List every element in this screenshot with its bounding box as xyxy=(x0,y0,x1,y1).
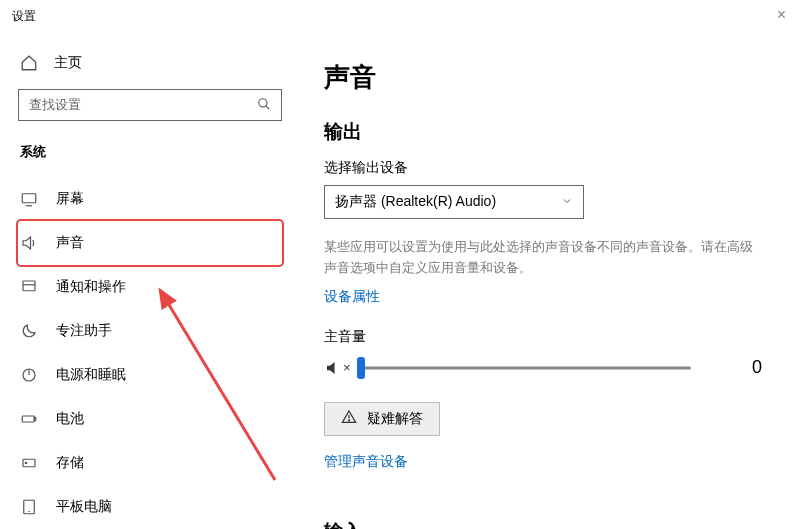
volume-mute-icon[interactable]: × xyxy=(324,359,351,377)
sidebar-item-storage[interactable]: 存储 xyxy=(18,441,282,485)
sidebar-item-label: 电池 xyxy=(56,410,84,428)
sidebar-item-label: 通知和操作 xyxy=(56,278,126,296)
sidebar-item-power[interactable]: 电源和睡眠 xyxy=(18,353,282,397)
manage-sound-link[interactable]: 管理声音设备 xyxy=(324,453,408,471)
storage-icon xyxy=(20,454,38,472)
sidebar: 主页 查找设置 系统 屏幕 xyxy=(0,32,300,529)
power-icon xyxy=(20,366,38,384)
sidebar-item-sound[interactable]: 声音 xyxy=(18,221,282,265)
close-icon[interactable]: × xyxy=(777,6,786,24)
window-title: 设置 xyxy=(12,8,36,25)
volume-value: 0 xyxy=(752,357,770,378)
master-volume-label: 主音量 xyxy=(324,328,770,346)
sidebar-item-label: 屏幕 xyxy=(56,190,84,208)
troubleshoot-label: 疑难解答 xyxy=(367,410,423,428)
svg-point-15 xyxy=(348,420,349,421)
slider-track xyxy=(361,366,691,369)
battery-icon xyxy=(20,410,38,428)
output-heading: 输出 xyxy=(324,119,770,145)
device-properties-link[interactable]: 设备属性 xyxy=(324,288,380,306)
home-icon xyxy=(20,54,38,72)
main-content: 声音 输出 选择输出设备 扬声器 (Realtek(R) Audio) 某些应用… xyxy=(300,32,800,529)
sidebar-item-label: 专注助手 xyxy=(56,322,112,340)
moon-icon xyxy=(20,322,38,340)
search-icon xyxy=(257,97,271,114)
search-input[interactable]: 查找设置 xyxy=(18,89,282,121)
svg-rect-2 xyxy=(22,194,36,203)
sidebar-item-display[interactable]: 屏幕 xyxy=(18,177,282,221)
svg-rect-9 xyxy=(34,418,36,421)
titlebar: 设置 × xyxy=(0,0,800,32)
svg-rect-4 xyxy=(23,281,35,291)
notification-icon xyxy=(20,278,38,296)
output-help-text: 某些应用可以设置为使用与此处选择的声音设备不同的声音设备。请在高级声音选项中自定… xyxy=(324,237,754,279)
tablet-icon xyxy=(20,498,38,516)
dropdown-value: 扬声器 (Realtek(R) Audio) xyxy=(335,193,496,211)
nav-list: 屏幕 声音 通知和操作 xyxy=(18,177,282,529)
category-heading: 系统 xyxy=(18,143,282,161)
warning-icon xyxy=(341,409,357,428)
output-device-dropdown[interactable]: 扬声器 (Realtek(R) Audio) xyxy=(324,185,584,219)
volume-slider[interactable] xyxy=(361,356,691,380)
home-label: 主页 xyxy=(54,54,82,72)
monitor-icon xyxy=(20,190,38,208)
input-heading: 输入 xyxy=(324,519,770,529)
sidebar-item-focus[interactable]: 专注助手 xyxy=(18,309,282,353)
home-nav[interactable]: 主页 xyxy=(18,46,282,79)
sidebar-item-notifications[interactable]: 通知和操作 xyxy=(18,265,282,309)
svg-line-1 xyxy=(266,105,270,109)
page-title: 声音 xyxy=(324,60,770,95)
sidebar-item-label: 电源和睡眠 xyxy=(56,366,126,384)
troubleshoot-button[interactable]: 疑难解答 xyxy=(324,402,440,436)
sidebar-item-label: 声音 xyxy=(56,234,84,252)
sidebar-item-tablet[interactable]: 平板电脑 xyxy=(18,485,282,529)
svg-rect-8 xyxy=(22,416,34,422)
svg-point-0 xyxy=(259,98,267,106)
slider-thumb[interactable] xyxy=(357,357,365,379)
search-placeholder: 查找设置 xyxy=(29,96,81,114)
sidebar-item-label: 存储 xyxy=(56,454,84,472)
volume-row: × 0 xyxy=(324,356,770,380)
sidebar-item-label: 平板电脑 xyxy=(56,498,112,516)
speaker-icon xyxy=(20,234,38,252)
output-device-label: 选择输出设备 xyxy=(324,159,770,177)
chevron-down-icon xyxy=(561,194,573,210)
sidebar-item-battery[interactable]: 电池 xyxy=(18,397,282,441)
svg-point-11 xyxy=(25,462,27,464)
